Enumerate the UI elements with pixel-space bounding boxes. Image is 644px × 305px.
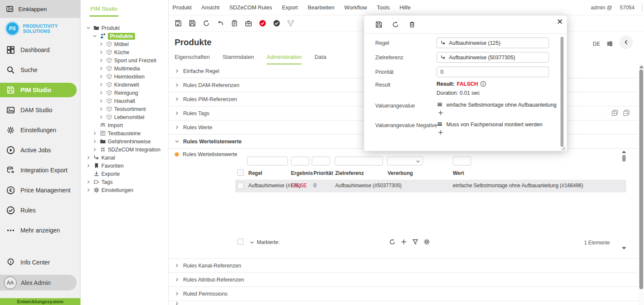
- chevron-right-icon[interactable]: [86, 155, 91, 160]
- zielreferenz-input[interactable]: [449, 55, 545, 61]
- tab-administration[interactable]: Administration: [267, 54, 302, 64]
- add-button[interactable]: [399, 238, 408, 247]
- tab-data[interactable]: Data: [314, 54, 326, 64]
- sliders-icon[interactable]: [606, 40, 613, 47]
- sidebar-item-dashboard[interactable]: Dashboard: [0, 43, 80, 57]
- tree-node-kinderwelt[interactable]: Kinderwelt: [81, 81, 168, 89]
- chevron-right-icon[interactable]: [99, 90, 104, 95]
- chevron-right-icon[interactable]: [99, 42, 104, 46]
- chevron-right-icon[interactable]: [92, 131, 97, 136]
- modal-save-button[interactable]: [374, 20, 383, 29]
- chevron-right-icon[interactable]: [92, 147, 97, 152]
- chevron-down-icon[interactable]: [92, 34, 97, 38]
- tree-node-produkt[interactable]: Produkt: [81, 24, 168, 32]
- sidebar-item-dam-studio[interactable]: DAM Studio: [0, 103, 80, 117]
- table-settings-button[interactable]: [422, 238, 431, 247]
- tab-pim-studio[interactable]: PIM Studio: [89, 6, 118, 17]
- chevron-right-icon[interactable]: [99, 82, 104, 87]
- sidebar-item-rules[interactable]: Rules: [0, 203, 80, 218]
- section-rules-attribut-referenzen[interactable]: Rules Attribut-Referenzen: [169, 273, 638, 286]
- scroll-down-icon[interactable]: [622, 247, 626, 250]
- valuerangevalue-negative-item[interactable]: Muss von Fachpersonal montiert werden: [437, 121, 543, 128]
- filter-regel-input[interactable]: [247, 157, 288, 166]
- column-header-wert[interactable]: Wert: [453, 170, 464, 176]
- sidebar-item-pim-studio[interactable]: PIM Studio: [0, 83, 77, 97]
- menu-bearbeiten[interactable]: Bearbeiten: [308, 4, 334, 11]
- menu-ansicht[interactable]: Ansicht: [201, 4, 220, 11]
- sidebar-item-integration-export[interactable]: Integration Export: [0, 163, 80, 177]
- tree-node-textbausteine[interactable]: Textbausteine: [81, 129, 168, 137]
- sidebar-item-einstellungen[interactable]: Einstellungen: [0, 123, 80, 137]
- chevron-right-icon[interactable]: [99, 66, 104, 71]
- main-scrollbar[interactable]: [638, 64, 644, 305]
- red-check-circle-button[interactable]: [257, 18, 267, 29]
- valuerangevalue-item[interactable]: einfache Selbstmontage ohne Aufbauanleit…: [437, 102, 557, 108]
- undo-button[interactable]: [215, 18, 225, 29]
- modal-close-button[interactable]: [555, 17, 565, 27]
- paste-button[interactable]: [229, 18, 239, 29]
- section-rules-kanal-referenzen[interactable]: Rules Kanal-Referenzen: [169, 259, 638, 272]
- column-header-vererbung[interactable]: Vererbung: [388, 170, 413, 176]
- modal-refresh-button[interactable]: [391, 20, 400, 29]
- zielreferenz-field[interactable]: [437, 52, 549, 63]
- briefcase-button[interactable]: [243, 18, 253, 29]
- menu-sdzecom-rules[interactable]: SDZeCOM Rules: [229, 4, 272, 11]
- collapse-header-button[interactable]: [619, 35, 633, 49]
- collapse-sidebar-button[interactable]: Einklappen: [0, 0, 80, 18]
- column-header-zielreferenz[interactable]: Zielreferenz: [335, 170, 364, 176]
- chevron-right-icon[interactable]: [99, 74, 104, 79]
- sidebar-item-active-jobs[interactable]: Active Jobs: [0, 143, 80, 157]
- tree-node-k-che[interactable]: Küche: [81, 48, 168, 56]
- chevron-right-icon[interactable]: [86, 163, 91, 168]
- scroll-thumb[interactable]: [561, 37, 564, 147]
- column-header-ergebnis[interactable]: Ergebnis: [291, 170, 313, 176]
- filter-zielreferenz-input[interactable]: [335, 157, 383, 166]
- section-ruled-permissions[interactable]: Ruled Permissions: [169, 287, 638, 300]
- chevron-right-icon[interactable]: [99, 99, 104, 103]
- chevron-right-icon[interactable]: [99, 50, 104, 55]
- redo-button[interactable]: [201, 18, 211, 29]
- tree-node-reinigung[interactable]: Reinigung: [81, 89, 168, 97]
- column-header-regel[interactable]: Regel: [248, 170, 262, 176]
- tree-node-exporte[interactable]: Exporte: [81, 170, 168, 178]
- filter-prioritaet-input[interactable]: [312, 157, 330, 166]
- save-button[interactable]: [187, 18, 197, 29]
- tree-node-gefahrenhinweise[interactable]: Gefahrenhinweise: [81, 137, 168, 145]
- select-all-checkbox[interactable]: [237, 169, 244, 176]
- info-circle-icon[interactable]: [480, 81, 486, 87]
- tree-node-kanal[interactable]: Kanal: [81, 154, 168, 162]
- prioritaet-field[interactable]: [437, 67, 549, 77]
- menu-produkt[interactable]: Produkt: [172, 4, 192, 11]
- tree-node-heimtextilien[interactable]: Heimtextilien: [81, 73, 168, 81]
- menu-tools[interactable]: Tools: [377, 4, 390, 11]
- chevron-right-icon[interactable]: [99, 58, 104, 63]
- table-scrollbar[interactable]: [621, 151, 627, 250]
- column-header-priorit-t[interactable]: Priorität: [313, 170, 333, 176]
- scroll-thumb[interactable]: [639, 70, 643, 289]
- prioritaet-input[interactable]: [440, 69, 545, 75]
- scroll-thumb[interactable]: [622, 155, 626, 162]
- save-check-button[interactable]: [173, 18, 183, 29]
- tree-node-lebensmittel[interactable]: Lebensmittel: [81, 113, 168, 121]
- chevron-right-icon[interactable]: [86, 180, 91, 184]
- tab-stammdaten[interactable]: Stammdaten: [222, 54, 254, 64]
- network-button[interactable]: [285, 18, 296, 29]
- row-checkbox[interactable]: [237, 183, 244, 189]
- tree-node-import[interactable]: Import: [81, 121, 168, 129]
- chevron-right-icon[interactable]: [99, 107, 104, 111]
- tree-node-produkte[interactable]: Produkte: [81, 32, 168, 40]
- collapse-all-icon[interactable]: [623, 109, 630, 116]
- sidebar-item-suche[interactable]: Suche: [0, 63, 80, 77]
- tree-node-einstellungen[interactable]: Einstellungen: [81, 186, 168, 194]
- menu-workflow[interactable]: Workflow: [344, 4, 367, 11]
- filter-ergebnis-input[interactable]: [291, 157, 309, 166]
- tree-node-favoriten[interactable]: Favoriten: [81, 162, 168, 170]
- regel-field[interactable]: [437, 38, 549, 48]
- chevron-right-icon[interactable]: [86, 188, 91, 192]
- user-menu[interactable]: AA Alex Admin: [0, 275, 77, 290]
- tree-node-testsortiment[interactable]: Testsortiment: [81, 105, 168, 113]
- tree-node-sdzecom-integration[interactable]: SDZeCOM Integration: [81, 145, 168, 154]
- chevron-down-icon[interactable]: [86, 26, 91, 30]
- modal-delete-button[interactable]: [408, 20, 416, 29]
- tab-eigenschaften[interactable]: Eigenschaften: [175, 54, 210, 64]
